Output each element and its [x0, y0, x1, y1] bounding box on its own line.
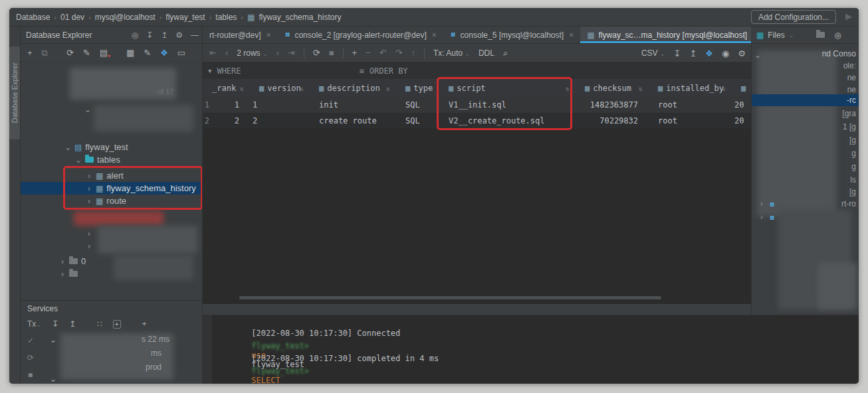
modify-table-icon[interactable]: ✎ — [144, 48, 151, 58]
chevron-right-icon[interactable]: › — [86, 229, 92, 238]
chevron-down-icon[interactable]: ⌄ — [84, 105, 91, 114]
collapse-all-icon[interactable]: ↥ — [161, 31, 167, 40]
group-by-icon[interactable]: ∷ — [97, 319, 102, 329]
tab-alert-router[interactable]: rt-router@dev] × — [203, 27, 278, 43]
breadcrumb-table[interactable]: flyway_schema_history — [259, 13, 341, 22]
panel-splitter[interactable] — [203, 304, 751, 315]
run-icon[interactable]: ▶ — [845, 11, 852, 21]
next-page-icon[interactable]: › — [276, 48, 278, 58]
tree-item-redacted[interactable]: › — [86, 227, 92, 240]
cell-description[interactable]: create route — [306, 116, 392, 125]
tabs-list-icon[interactable]: ⌄ — [727, 31, 734, 40]
column-header-checksum[interactable]: ▦checksum⇅ — [572, 80, 645, 97]
chevron-down-icon[interactable]: ⌄ — [50, 374, 56, 384]
jump-to-console-icon[interactable]: ❖ — [160, 48, 168, 58]
duplicate-icon[interactable]: ⧉ — [42, 48, 48, 58]
tx-mode-button[interactable]: Tx⌄ — [27, 319, 41, 329]
tree-item-table-route[interactable]: › ▦ route — [86, 195, 126, 207]
close-icon[interactable]: × — [432, 31, 437, 40]
grid-row[interactable]: 2 2 2 create route SQL V2__create_route.… — [203, 113, 751, 129]
hide-panel-icon[interactable]: — — [191, 31, 199, 40]
cell-installed-by[interactable]: root — [645, 116, 728, 125]
expand-all-icon[interactable]: ↧ — [52, 319, 58, 329]
tree-item-table-alert[interactable]: › ▦ alert — [86, 169, 124, 182]
column-header-clipped[interactable]: ▦ — [728, 80, 751, 97]
breadcrumb-tables[interactable]: tables — [215, 13, 237, 22]
cell-type[interactable]: SQL — [392, 116, 435, 125]
tx-mode-button[interactable]: Tx: Auto ⌄ — [433, 48, 470, 58]
search-icon[interactable]: ⌕ — [503, 48, 508, 58]
settings-gear-icon[interactable]: ⚙ — [738, 48, 746, 58]
column-header-description[interactable]: ▦description⇅ — [306, 80, 392, 97]
cell-type[interactable]: SQL — [392, 100, 435, 110]
tab-console-2[interactable]: ❖ console_2 [graylog-alert-router@dev] × — [278, 27, 443, 43]
import-data-icon[interactable]: ↥ — [689, 48, 697, 58]
view-options-icon[interactable]: ◉ — [722, 48, 729, 58]
jump-to-console-icon[interactable]: ❖ — [705, 48, 713, 58]
chevron-right-icon[interactable]: › — [86, 184, 92, 193]
column-header-rank[interactable]: _rank⇅ — [211, 80, 246, 97]
folder-icon[interactable] — [816, 31, 825, 40]
column-header-type[interactable]: ▦type⇅ — [392, 80, 435, 97]
add-service-icon[interactable]: + — [113, 320, 121, 329]
submit-ddl-icon[interactable]: ✎ — [83, 48, 90, 58]
open-table-icon[interactable]: ▦ — [126, 48, 134, 58]
order-by-clause-input[interactable]: ORDER BY — [370, 66, 408, 76]
grid-row[interactable]: 1 1 1 init SQL V1__init.sql 1482363877 r… — [203, 97, 751, 113]
add-datasource-icon[interactable]: + — [27, 48, 33, 58]
stop-icon[interactable]: ■ — [28, 370, 33, 380]
cell-clipped[interactable]: 20 — [728, 100, 751, 110]
plus-icon[interactable]: + — [142, 319, 147, 329]
stop-icon[interactable]: ■ — [329, 48, 334, 58]
chevron-right-icon[interactable]: › — [758, 212, 765, 222]
tree-item-tables-folder[interactable]: ⌄ tables — [75, 153, 120, 166]
breadcrumb-schema[interactable]: flyway_test — [165, 13, 205, 22]
reload-icon[interactable]: ⟳ — [313, 48, 320, 58]
breadcrumb-env[interactable]: 01 dev — [60, 13, 84, 22]
where-clause-input[interactable]: WHERE — [217, 66, 241, 76]
close-icon[interactable]: × — [569, 31, 574, 40]
chevron-down-icon[interactable]: ⌄ — [789, 32, 794, 39]
chevron-down-icon[interactable]: ⌄ — [50, 335, 56, 345]
tabs-menu-icon[interactable]: ⋮ — [740, 31, 748, 40]
add-configuration-button[interactable]: Add Configuration... — [751, 10, 836, 24]
column-header-installed-by[interactable]: ▦installed_by⇅ — [645, 80, 728, 97]
database-explorer-strip-button[interactable]: Database Explorer — [9, 46, 20, 139]
close-icon[interactable]: × — [267, 31, 271, 40]
chevron-right-icon[interactable]: › — [59, 270, 66, 279]
chevron-down-icon[interactable]: ⌄ — [754, 50, 761, 60]
cell-description[interactable]: init — [306, 100, 392, 110]
cell-rank[interactable]: 1 — [211, 100, 246, 110]
page-size-button[interactable]: 2 rows ⌄ — [237, 48, 267, 58]
locate-icon[interactable]: ◎ — [834, 31, 841, 40]
cell-script[interactable]: V2__create_route.sql — [435, 116, 572, 125]
files-panel-header[interactable]: ▦ Files ⌄ ◎ — [751, 27, 859, 44]
gear-icon[interactable]: ⚙ — [175, 31, 183, 40]
cell-checksum[interactable]: 1482363877 — [572, 100, 645, 110]
tree-item-table-flyway-schema-history[interactable]: › ▦ flyway_schema_history — [86, 182, 196, 195]
chevron-right-icon[interactable]: › — [59, 257, 66, 266]
cell-script[interactable]: V1__init.sql — [435, 100, 572, 110]
tree-item-redacted[interactable]: › — [86, 240, 92, 252]
locate-icon[interactable]: ◎ — [132, 31, 138, 40]
chevron-right-icon[interactable]: › — [86, 171, 92, 181]
ddl-button[interactable]: DDL — [479, 48, 494, 58]
expand-all-icon[interactable]: ↧ — [146, 31, 153, 40]
redo-icon[interactable]: ↷ — [395, 48, 403, 58]
column-header-version[interactable]: ▦version⇅ — [246, 80, 306, 97]
cell-checksum[interactable]: 70229832 — [572, 116, 645, 125]
collapse-all-icon[interactable]: ↥ — [69, 319, 76, 329]
cell-rank[interactable]: 2 — [211, 116, 246, 125]
breadcrumb-database[interactable]: Database — [16, 13, 50, 22]
tree-item-schema[interactable]: ⌄ ▤ flyway_test — [64, 141, 128, 153]
submit-icon[interactable]: ↑ — [411, 48, 416, 58]
export-data-icon[interactable]: ↧ — [674, 48, 681, 58]
column-header-script[interactable]: ▦script⇅ — [435, 80, 572, 97]
cell-version[interactable]: 2 — [246, 116, 306, 125]
delete-row-icon[interactable]: − — [366, 48, 371, 58]
prev-page-icon[interactable]: ‹ — [225, 48, 228, 58]
breadcrumb-datasource[interactable]: mysql@localhost — [95, 13, 156, 22]
chevron-down-icon[interactable]: ⌄ — [64, 143, 71, 152]
tab-console-5[interactable]: ❖ console_5 [mysql@localhost] × — [443, 27, 580, 43]
undo-icon[interactable]: ↶ — [380, 48, 387, 58]
